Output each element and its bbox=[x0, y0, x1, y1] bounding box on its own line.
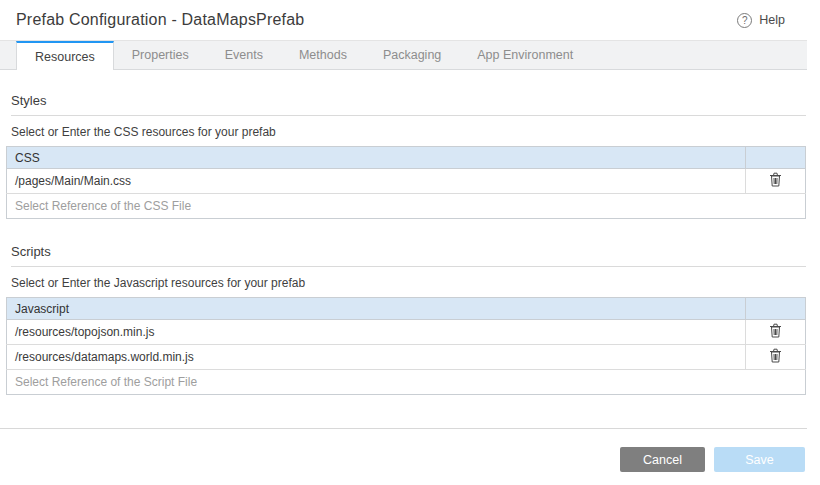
script-resource-path: /resources/topojson.min.js bbox=[7, 320, 746, 345]
trash-icon bbox=[769, 348, 782, 366]
table-row: Select Reference of the Script File bbox=[7, 370, 806, 395]
tab-app-environment[interactable]: App Environment bbox=[459, 41, 591, 69]
delete-css-resource-button[interactable] bbox=[767, 170, 784, 192]
table-row: /pages/Main/Main.css bbox=[7, 169, 806, 194]
css-column-header: CSS bbox=[7, 147, 746, 169]
delete-script-resource-button[interactable] bbox=[767, 346, 784, 368]
table-row: Select Reference of the CSS File bbox=[7, 194, 806, 219]
cancel-button[interactable]: Cancel bbox=[620, 447, 705, 472]
css-row-actions bbox=[746, 169, 806, 194]
script-file-select-input[interactable]: Select Reference of the Script File bbox=[7, 370, 806, 395]
tab-bar: Resources Properties Events Methods Pack… bbox=[0, 41, 807, 70]
dialog-header: Prefab Configuration - DataMapsPrefab ? … bbox=[0, 0, 807, 41]
css-resource-path: /pages/Main/Main.css bbox=[7, 169, 746, 194]
scripts-section-heading: Scripts bbox=[11, 244, 806, 267]
css-file-select-input[interactable]: Select Reference of the CSS File bbox=[7, 194, 806, 219]
footer-divider bbox=[0, 428, 807, 429]
table-row: /resources/datamaps.world.min.js bbox=[7, 345, 806, 370]
script-resource-path: /resources/datamaps.world.min.js bbox=[7, 345, 746, 370]
styles-section-description: Select or Enter the CSS resources for yo… bbox=[11, 125, 806, 139]
styles-section-heading: Styles bbox=[11, 93, 806, 116]
javascript-action-column-header bbox=[746, 298, 806, 320]
tab-methods[interactable]: Methods bbox=[281, 41, 365, 69]
trash-icon bbox=[769, 323, 782, 341]
script-row-actions bbox=[746, 345, 806, 370]
tab-properties[interactable]: Properties bbox=[114, 41, 207, 69]
table-header-row: CSS bbox=[7, 147, 806, 169]
help-label: Help bbox=[759, 13, 785, 27]
delete-script-resource-button[interactable] bbox=[767, 321, 784, 343]
trash-icon bbox=[769, 172, 782, 190]
javascript-column-header: Javascript bbox=[7, 298, 746, 320]
script-resources-table: Javascript /resources/topojson.min.js bbox=[6, 297, 806, 395]
save-button[interactable]: Save bbox=[714, 447, 805, 472]
tab-resources[interactable]: Resources bbox=[16, 41, 114, 70]
table-header-row: Javascript bbox=[7, 298, 806, 320]
css-resources-table: CSS /pages/Main/Main.css bbox=[6, 146, 806, 219]
scripts-section-description: Select or Enter the Javascript resources… bbox=[11, 276, 806, 290]
tab-packaging[interactable]: Packaging bbox=[365, 41, 459, 69]
prefab-config-dialog: Prefab Configuration - DataMapsPrefab ? … bbox=[0, 0, 807, 485]
resources-tab-content: Styles Select or Enter the CSS resources… bbox=[0, 93, 807, 395]
page-title: Prefab Configuration - DataMapsPrefab bbox=[16, 11, 304, 29]
help-icon: ? bbox=[737, 13, 752, 28]
css-action-column-header bbox=[746, 147, 806, 169]
help-button[interactable]: ? Help bbox=[737, 13, 785, 28]
tab-events[interactable]: Events bbox=[207, 41, 281, 69]
table-row: /resources/topojson.min.js bbox=[7, 320, 806, 345]
script-row-actions bbox=[746, 320, 806, 345]
